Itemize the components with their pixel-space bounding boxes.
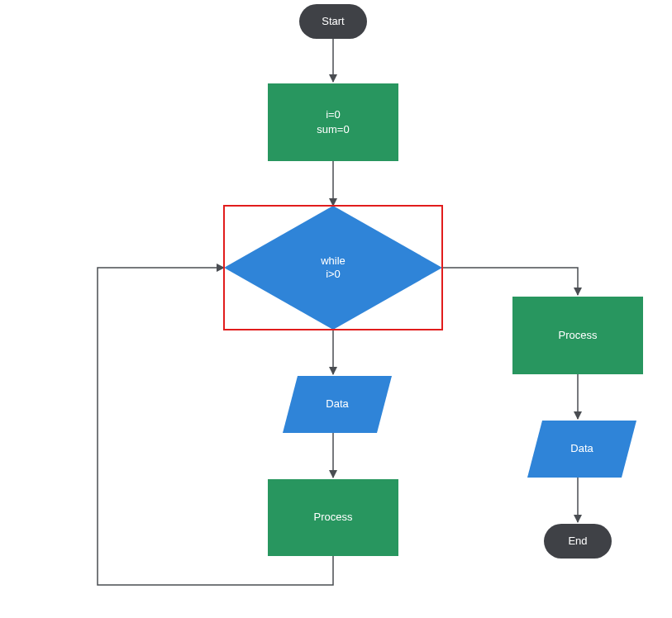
process-left-label: Process bbox=[314, 511, 353, 523]
start-node: Start bbox=[299, 4, 367, 39]
end-label: End bbox=[568, 535, 587, 547]
process-left-node: Process bbox=[268, 479, 398, 556]
data-left-node: Data bbox=[283, 376, 392, 433]
start-label: Start bbox=[322, 15, 345, 27]
init-node: i=0 sum=0 bbox=[268, 83, 398, 161]
init-line2: sum=0 bbox=[317, 123, 349, 135]
svg-rect-1 bbox=[268, 83, 398, 161]
while-node: while i>0 bbox=[224, 206, 442, 330]
data-right-node: Data bbox=[527, 421, 636, 478]
while-line1: while bbox=[320, 254, 346, 267]
data-left-label: Data bbox=[326, 397, 349, 410]
while-line2: i>0 bbox=[326, 268, 341, 280]
data-right-label: Data bbox=[570, 442, 593, 454]
process-right-node: Process bbox=[512, 297, 643, 374]
edge-while-process-right bbox=[442, 268, 578, 295]
process-right-label: Process bbox=[559, 329, 598, 341]
flowchart-canvas: Start i=0 sum=0 while i>0 Data Process P… bbox=[0, 0, 672, 618]
init-line1: i=0 bbox=[326, 108, 341, 121]
end-node: End bbox=[544, 524, 612, 559]
